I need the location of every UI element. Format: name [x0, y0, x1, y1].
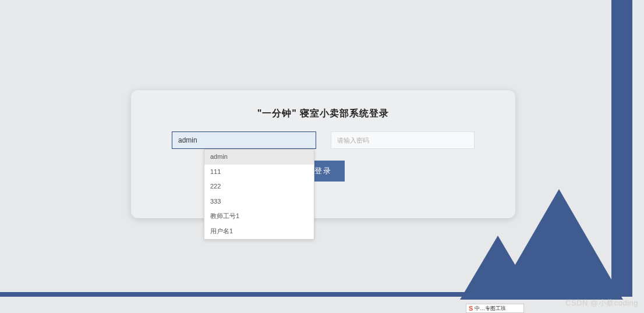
dropdown-item[interactable]: 222 [204, 179, 314, 194]
dropdown-item[interactable]: 333 [204, 194, 314, 209]
username-wrapper: admin 111 222 333 教师工号1 用户名1 [172, 131, 316, 149]
badge-text: 中…专图工班 [475, 305, 506, 312]
input-row: admin 111 222 333 教师工号1 用户名1 [172, 131, 475, 149]
password-wrapper [331, 131, 475, 149]
password-input[interactable] [331, 131, 475, 149]
dropdown-item[interactable]: admin [204, 150, 314, 165]
watermark: CSDN @小蔡coding [565, 298, 638, 308]
autocomplete-dropdown: admin 111 222 333 教师工号1 用户名1 [204, 149, 314, 240]
login-card: "一分钟" 寝室小卖部系统登录 admin 111 222 333 教师工号1 … [131, 90, 515, 218]
username-input[interactable] [172, 131, 316, 149]
bottom-badge: 中…专图工班 [466, 304, 524, 313]
dropdown-item[interactable]: 教师工号1 [204, 209, 314, 224]
dropdown-item[interactable]: 用户名1 [204, 224, 314, 239]
dropdown-item[interactable]: 111 [204, 165, 314, 180]
decorative-triangle-large [495, 189, 623, 300]
login-title: "一分钟" 寝室小卖部系统登录 [172, 108, 475, 120]
